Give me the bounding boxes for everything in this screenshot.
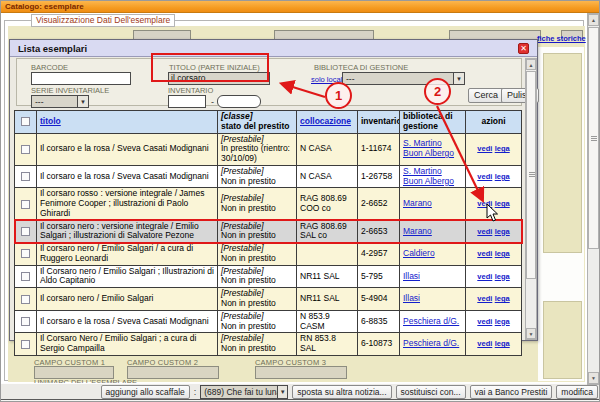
cell-biblioteca: S. Martino Buon Albergo [400,133,466,165]
page-scrollbar[interactable]: ▲ ▼ [587,13,600,385]
cell-collocazione: RN 853.8 SAL [297,333,358,356]
sposta-notizia-button[interactable]: sposta su altra notizia... [292,385,391,399]
app-window: Catalogo: esemplare Visualizzazione Dati… [0,0,600,402]
table-row[interactable]: Il corsaro rosso : versione integrale / … [15,188,522,220]
scroll-up-icon[interactable]: ▲ [526,59,536,70]
biblioteca-link[interactable]: Marano [403,198,432,208]
table-row[interactable]: Il corsaro nero / Emilio Salgari [Presta… [15,288,522,311]
biblioteca-gestione-select[interactable]: --- ▼ [342,72,465,85]
lega-link[interactable]: lega [495,199,510,208]
aggiungi-scaffale-button[interactable]: aggiungi allo scaffale [101,385,190,399]
vedi-link[interactable]: vedi [477,339,492,348]
row-checkbox[interactable] [21,317,30,326]
sort-titolo-link[interactable]: titolo [40,116,61,126]
biblioteca-link[interactable]: Marano [403,226,432,236]
col-inventario: inventario [358,111,400,134]
inventario-label: INVENTARIO [168,86,213,95]
row-checkbox[interactable] [21,200,30,209]
barcode-input[interactable] [31,72,131,85]
vedi-link[interactable]: vedi [477,272,492,281]
table-row-selected[interactable]: Il corsaro nero : versione integrale / E… [15,220,522,243]
row-checkbox[interactable] [21,295,30,304]
table-row[interactable]: Il corsaro e la rosa / Sveva Casati Modi… [15,133,522,165]
banco-prestiti-button[interactable]: vai a Banco Prestiti [470,385,553,399]
cell-collocazione: RAG 808.69 COO co [297,188,358,220]
cell-inventario: 6-8835 [358,310,400,333]
scrollbar-thumb[interactable] [588,27,599,249]
row-checkbox[interactable] [21,227,30,236]
dialog-scrollbar[interactable]: ▲ ▼ [525,58,537,340]
col-classe-label: [classe] [221,111,253,121]
lega-link[interactable]: lega [495,339,510,348]
lega-link[interactable]: lega [495,172,510,181]
row-checkbox[interactable] [21,249,30,258]
table-row[interactable]: Il Corsaro nero / Emilio Salgari ; Illus… [15,265,522,288]
cerca-button[interactable]: Cerca [468,88,504,103]
table-row[interactable]: Il corsaro nero / Emilio Salgari / a cur… [15,243,522,266]
cell-stato: [Prestabile]Non in prestito [218,165,297,188]
row-checkbox[interactable] [21,340,30,349]
biblioteca-link[interactable]: Peschiera d/G. [403,316,459,326]
titolo-input[interactable]: il corsaro [168,72,270,85]
vedi-link[interactable]: vedi [477,317,492,326]
cell-azioni: vedi lega [466,243,522,266]
scaffale-select[interactable]: (689) Che fai tu luna in c ▼ [200,385,288,399]
lega-link[interactable]: lega [495,227,510,236]
biblioteca-link[interactable]: Illasi [403,293,420,303]
biblioteca-link[interactable]: Peschiera d/G. [403,338,459,348]
cell-biblioteca: Caldiero [400,243,466,266]
lega-link[interactable]: lega [495,294,510,303]
barcode-label: BARCODE [31,63,68,72]
cell-biblioteca: Peschiera d/G. [400,333,466,356]
biblioteca-link[interactable]: Illasi [403,271,420,281]
close-icon[interactable]: ✕ [518,43,529,54]
biblioteca-link[interactable]: S. Martino Buon Albergo [403,138,454,158]
sort-collocazione-link[interactable]: collocazione [300,116,351,126]
cell-stato: [Prestabile]Non in prestito [218,243,297,266]
campo-custom-2-input[interactable] [127,366,219,379]
vedi-link[interactable]: vedi [477,144,492,153]
modifica-button[interactable]: modifica [556,385,598,399]
cell-inventario: 1-26758 [358,165,400,188]
scroll-down-icon[interactable]: ▼ [526,328,536,339]
cell-azioni: vedi lega [466,310,522,333]
chevron-down-icon: ▼ [77,96,88,107]
row-checkbox[interactable] [21,145,30,154]
lega-link[interactable]: lega [495,144,510,153]
cell-stato: [Prestabile]Non in prestito [218,333,297,356]
biblioteca-link[interactable]: S. Martino Buon Albergo [403,166,454,186]
scroll-up-icon[interactable]: ▲ [588,14,599,26]
cell-inventario: 4-2957 [358,243,400,266]
lega-link[interactable]: lega [495,272,510,281]
row-checkbox[interactable] [21,272,30,281]
history-link[interactable]: fiche storiche [537,34,586,43]
campo-custom-3-input[interactable] [255,366,347,379]
cell-titolo: Il corsaro nero / Emilio Salgari / a cur… [37,243,218,266]
table-row[interactable]: Il corsaro e la rosa / Sveva Casati Modi… [15,310,522,333]
row-checkbox[interactable] [21,172,30,181]
scrollbar-thumb[interactable] [526,71,536,279]
col-biblioteca: biblioteca di gestione [400,111,466,134]
table-row[interactable]: Il corsaro e la rosa / Sveva Casati Modi… [15,165,522,188]
vedi-link[interactable]: vedi [477,294,492,303]
scaffale-select-value: (689) Che fai tu luna in c [201,387,277,397]
dialog-title: Lista esemplari [10,40,537,57]
lega-link[interactable]: lega [495,249,510,258]
inventario-to-input[interactable] [217,95,261,108]
col-azioni: azioni [466,111,522,134]
inventario-from-input[interactable] [168,95,206,108]
col-stato: [classe]stato del prestito [218,111,297,134]
serie-inventariale-select[interactable]: --- ▼ [31,95,89,108]
lega-link[interactable]: lega [495,317,510,326]
vedi-link[interactable]: vedi [477,199,492,208]
cell-titolo: Il corsaro nero : versione integrale / E… [37,220,218,243]
sostituisci-button[interactable]: sostituisci con... [396,385,466,399]
select-all-checkbox[interactable] [21,117,30,126]
table-row[interactable]: Il Corsaro Nero / Emilio Salgari ; a cur… [15,333,522,356]
vedi-link[interactable]: vedi [477,249,492,258]
vedi-link[interactable]: vedi [477,172,492,181]
chevron-down-icon: ▼ [453,73,464,84]
vedi-link[interactable]: vedi [477,227,492,236]
scroll-down-icon[interactable]: ▼ [588,372,599,384]
biblioteca-link[interactable]: Caldiero [403,248,435,258]
